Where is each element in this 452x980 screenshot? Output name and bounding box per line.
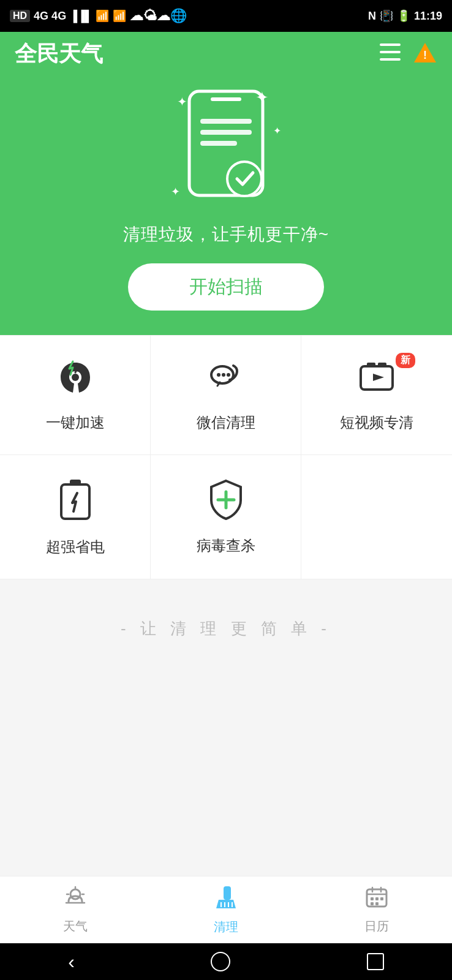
wechat-icon: [206, 358, 246, 403]
scan-button[interactable]: 开始扫描: [128, 263, 324, 311]
feature-grid: 一键加速 微信清理 新: [0, 335, 452, 455]
new-badge: 新: [396, 353, 415, 368]
virus-icon: [206, 478, 246, 526]
grid-item-empty: [301, 455, 452, 579]
hero-tagline: 清理垃圾，让手机更干净~: [123, 223, 329, 246]
alert-icon[interactable]: !: [413, 42, 437, 66]
svg-rect-2: [380, 58, 401, 61]
grid-item-wechat[interactable]: 微信清理: [151, 336, 301, 455]
video-icon: [357, 358, 396, 403]
grid-item-battery[interactable]: 超强省电: [0, 455, 151, 579]
recent-button[interactable]: [367, 953, 384, 970]
weather-icons: ☁🌤☁🌐: [130, 8, 187, 24]
video-label: 短视频专清: [340, 413, 413, 432]
svg-rect-40: [371, 902, 374, 905]
svg-rect-28: [224, 886, 231, 900]
svg-rect-9: [200, 141, 237, 146]
svg-text:!: !: [423, 49, 427, 61]
svg-rect-37: [371, 897, 374, 900]
svg-rect-39: [380, 897, 383, 900]
svg-rect-41: [375, 902, 379, 905]
svg-rect-6: [211, 97, 241, 101]
tagline-section: - 让 清 理 更 简 单 -: [0, 579, 452, 763]
bottom-nav: 天气 清理: [0, 876, 452, 943]
svg-rect-38: [375, 897, 379, 900]
svg-rect-19: [378, 363, 386, 366]
nav-item-weather[interactable]: 天气: [0, 876, 151, 943]
vibrate-icon: 📳: [380, 9, 393, 23]
clean-nav-icon: [214, 885, 238, 915]
nav-item-calendar[interactable]: 日历: [301, 876, 452, 943]
svg-point-11: [72, 374, 79, 381]
clean-nav-label: 清理: [214, 919, 238, 935]
grid-item-virus[interactable]: 病毒查杀: [151, 455, 301, 579]
status-left: HD 4G 4G ▐▐▌ 📶 📶 ☁🌤☁🌐: [10, 8, 187, 24]
sparkle-1: ✦: [177, 94, 187, 109]
svg-rect-1: [380, 51, 401, 53]
menu-icon[interactable]: [380, 43, 401, 66]
feature-grid-row2: 超强省电 病毒查杀: [0, 455, 452, 579]
calendar-nav-label: 日历: [364, 918, 389, 935]
grid-item-video[interactable]: 新 短视频专清: [301, 336, 452, 455]
virus-label: 病毒查杀: [197, 536, 255, 556]
tagline-text: - 让 清 理 更 简 单 -: [121, 618, 331, 639]
app-title: 全民天气: [15, 39, 103, 69]
phone-illustration: ✦ ✦ ✦ ✦: [165, 88, 287, 223]
sparkle-2: ✦: [255, 88, 269, 107]
weather-nav-label: 天气: [63, 918, 88, 935]
hero-section: ✦ ✦ ✦ ✦ 清理垃圾，让手机更干净~ 开始扫描: [0, 76, 452, 335]
grid-item-speed[interactable]: 一键加速: [0, 336, 151, 455]
svg-rect-7: [200, 119, 252, 124]
svg-rect-21: [70, 480, 81, 486]
hd-badge: HD: [10, 10, 30, 22]
speed-icon: [56, 358, 95, 403]
svg-rect-0: [380, 43, 401, 46]
svg-point-13: [217, 373, 220, 377]
battery-save-icon: [59, 477, 92, 527]
status-bar: HD 4G 4G ▐▐▌ 📶 📶 ☁🌤☁🌐 N 📳 🔋 11:19: [0, 0, 452, 32]
header-icons: !: [380, 42, 437, 66]
svg-point-24: [70, 889, 80, 899]
wechat-label: 微信清理: [197, 413, 255, 432]
svg-marker-17: [373, 374, 384, 381]
sparkle-4: ✦: [171, 185, 180, 198]
svg-point-10: [227, 162, 262, 196]
back-button[interactable]: ‹: [68, 951, 75, 973]
calendar-nav-icon: [365, 886, 388, 914]
nfc-icon: N: [368, 10, 376, 23]
battery-label: 超强省电: [46, 537, 105, 557]
android-nav-bar: ‹: [0, 943, 452, 980]
svg-rect-8: [200, 130, 252, 135]
home-button[interactable]: [211, 952, 230, 971]
spacer: [0, 763, 452, 867]
nav-item-clean[interactable]: 清理: [151, 876, 301, 943]
sparkle-3: ✦: [273, 125, 281, 137]
svg-point-14: [222, 373, 225, 377]
svg-point-15: [227, 373, 230, 377]
signal-icons: 4G 4G ▐▐▌ 📶: [34, 9, 109, 23]
battery-icon: 🔋: [397, 9, 410, 23]
speed-label: 一键加速: [46, 413, 105, 432]
svg-rect-18: [367, 363, 375, 366]
clock: 11:19: [414, 10, 442, 23]
status-right: N 📳 🔋 11:19: [368, 9, 442, 23]
app-header: 全民天气 !: [0, 32, 452, 76]
weather-nav-icon: [64, 886, 87, 914]
wifi-icon: 📶: [113, 9, 126, 23]
